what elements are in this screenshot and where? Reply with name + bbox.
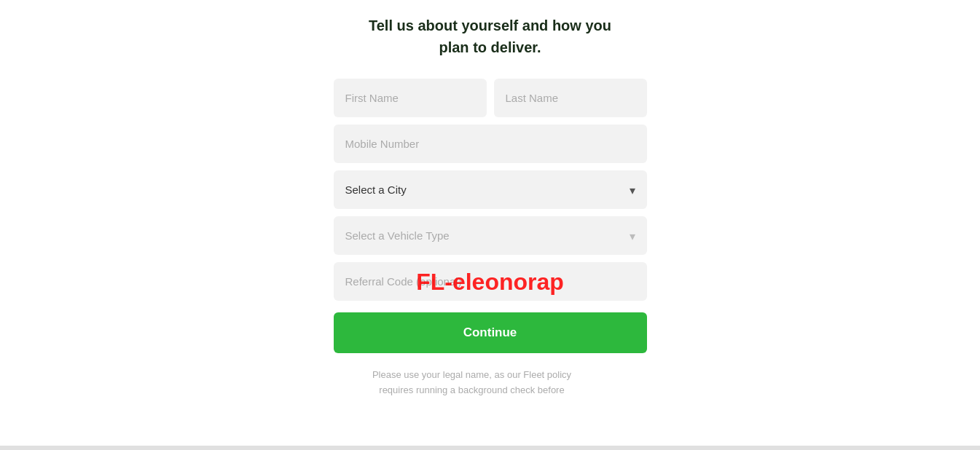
- vehicle-select[interactable]: Select a Vehicle Type Car Motorcycle Bic…: [334, 216, 647, 255]
- name-row: [334, 79, 647, 117]
- page-title: Tell us about yourself and how you plan …: [369, 15, 611, 58]
- mobile-input[interactable]: [334, 125, 647, 163]
- city-select-wrapper: Select a City New York Los Angeles Chica…: [334, 170, 647, 209]
- referral-input[interactable]: [334, 262, 647, 301]
- continue-button[interactable]: Continue: [334, 312, 647, 353]
- bottom-bar: [0, 446, 980, 450]
- first-name-input[interactable]: [334, 79, 487, 117]
- page-container: Tell us about yourself and how you plan …: [0, 0, 980, 398]
- vehicle-select-wrapper: Select a Vehicle Type Car Motorcycle Bic…: [334, 216, 647, 255]
- last-name-input[interactable]: [494, 79, 647, 117]
- city-select[interactable]: Select a City New York Los Angeles Chica…: [334, 170, 647, 209]
- legal-text: Please use your legal name, as our Fleet…: [334, 368, 611, 398]
- referral-wrapper: FL-eleonorap: [334, 262, 647, 301]
- form-container: Select a City New York Los Angeles Chica…: [334, 79, 647, 398]
